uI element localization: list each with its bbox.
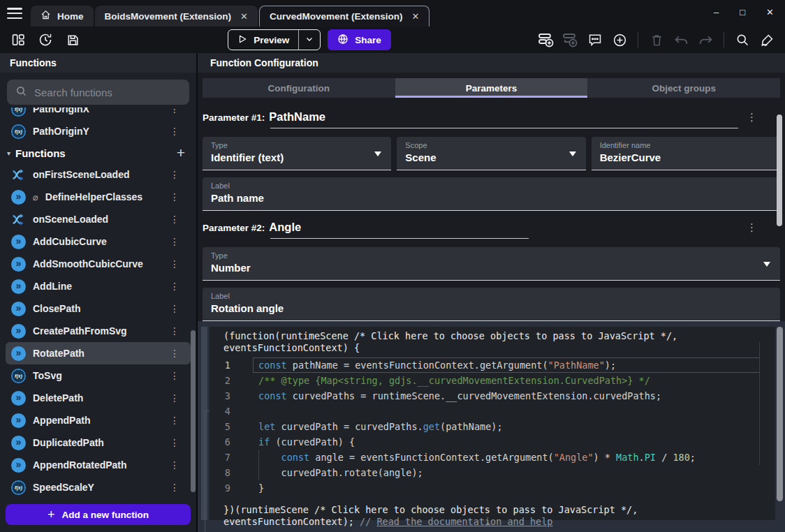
tab-object-groups[interactable]: Object groups [587, 78, 780, 98]
sidebar-item-addline[interactable]: »AddLine⋮ [0, 275, 196, 297]
add-icon[interactable]: + [177, 146, 185, 160]
item-menu-icon[interactable]: ⋮ [170, 348, 179, 359]
code-line[interactable]: 9} [210, 480, 775, 496]
label-field[interactable]: Label Path name [203, 177, 780, 211]
item-menu-icon[interactable]: ⋮ [170, 415, 179, 426]
parameter-menu-icon[interactable]: ⋮ [747, 111, 757, 124]
sidebar-item-onfirstsceneloaded[interactable]: onFirstSceneLoaded⋮ [0, 163, 196, 186]
history-icon[interactable] [37, 31, 54, 48]
collapse-caret-icon[interactable]: ^ [485, 522, 490, 531]
code-header-line[interactable]: eventsFunctionContext) { [223, 342, 775, 354]
parameter-2-fields: Type Number [203, 247, 780, 281]
sidebar-item-appendpath[interactable]: »AppendPath⋮ [0, 409, 196, 431]
item-menu-icon[interactable]: ⋮ [170, 126, 179, 137]
sidebar-item-onsceneloaded[interactable]: onSceneLoaded⋮ [0, 208, 196, 230]
search-functions-input[interactable]: Search functions [7, 80, 189, 105]
tab-home[interactable]: Home [31, 6, 94, 27]
item-menu-icon[interactable]: ⋮ [170, 482, 179, 493]
sidebar-item-duplicatedpath[interactable]: »DuplicatedPath⋮ [0, 431, 196, 454]
item-menu-icon[interactable]: ⋮ [170, 459, 179, 471]
add-circle-icon[interactable] [611, 31, 628, 48]
code-line[interactable]: 6if (curvedPath) { [210, 434, 775, 450]
sidebar-item-pathoriginx[interactable]: f(x)PathOriginX⋮ [0, 108, 196, 120]
save-icon[interactable] [64, 31, 81, 48]
item-menu-icon[interactable]: ⋮ [170, 303, 179, 314]
sidebar-item-deletepath[interactable]: »DeletePath⋮ [0, 387, 196, 409]
tab-boidsmovement[interactable]: BoidsMovement (Extension) ✕ [95, 6, 258, 27]
maximize-button[interactable]: □ [740, 6, 745, 19]
functions-section-header[interactable]: ▾Functions+ [0, 142, 196, 163]
type-select[interactable]: Type Number [203, 247, 780, 281]
parameter-name-input[interactable]: Angle [269, 221, 301, 233]
tab-curvedmovement[interactable]: CurvedMovement (Extension) ✕ [259, 6, 430, 27]
item-menu-icon[interactable]: ⋮ [170, 325, 179, 337]
item-menu-icon[interactable]: ⋮ [170, 392, 179, 404]
sidebar-item-appendrotatedpath[interactable]: »AppendRotatedPath⋮ [0, 454, 196, 476]
field-label: Identifier name [600, 141, 772, 149]
sidebar-item-rotatepath[interactable]: »RotatePath⋮ [6, 342, 191, 364]
project-manager-icon[interactable] [10, 31, 27, 48]
add-subevent-icon[interactable] [562, 31, 579, 48]
item-menu-icon[interactable]: ⋮ [170, 169, 179, 180]
item-menu-icon[interactable]: ⋮ [170, 108, 179, 114]
sidebar-item-addsmoothcubiccurve[interactable]: »AddSmoothCubicCurve⋮ [0, 253, 196, 275]
close-icon[interactable]: ✕ [240, 11, 248, 22]
code-line[interactable]: 1const pathName = eventsFunctionContext.… [210, 357, 775, 373]
code-line[interactable]: 7 const angle = eventsFunctionContext.ge… [210, 450, 775, 465]
search-icon[interactable] [734, 31, 751, 48]
code-line[interactable]: 4 [210, 404, 775, 419]
scope-select[interactable]: Scope Scene [397, 137, 585, 170]
add-function-button[interactable]: + Add a new function [6, 504, 191, 525]
sidebar-item-closepath[interactable]: »ClosePath⋮ [0, 297, 196, 320]
minimize-button[interactable]: – [714, 6, 719, 19]
share-button[interactable]: Share [328, 29, 391, 50]
item-menu-icon[interactable]: ⋮ [170, 258, 179, 269]
footer-comment: // [360, 516, 376, 527]
line-number: 7 [210, 450, 230, 465]
sidebar-item-pathoriginy[interactable]: f(x)PathOriginY⋮ [0, 120, 196, 142]
undo-icon[interactable] [673, 31, 689, 48]
parameter-name-input[interactable]: PathName [269, 110, 325, 123]
item-menu-icon[interactable]: ⋮ [170, 437, 179, 448]
code-line[interactable]: 2/** @type {Map<string, gdjs.__curvedMov… [210, 373, 775, 388]
sidebar-item-tosvg[interactable]: f(x)ToSvg⋮ [0, 364, 196, 387]
sidebar-item-createpathfromsvg[interactable]: »CreatePathFromSvg⋮ [0, 320, 196, 342]
javascript-code-event[interactable]: (function(runtimeScene /* Click here to … [210, 327, 775, 520]
edit-scene-icon[interactable] [758, 31, 775, 48]
type-select[interactable]: Type Identifier (text) [203, 137, 391, 170]
delete-icon[interactable] [648, 31, 665, 48]
add-comment-icon[interactable] [587, 31, 603, 48]
close-window-button[interactable]: ✕ [766, 6, 774, 19]
identifier-name-field[interactable]: Identifier name BezierCurve [592, 137, 780, 170]
preview-button[interactable]: Preview [228, 29, 321, 50]
close-icon[interactable]: ✕ [411, 11, 419, 22]
tab-parameters[interactable]: Parameters [395, 78, 588, 98]
item-menu-icon[interactable]: ⋮ [170, 370, 179, 381]
sidebar-item-definehelperclasses[interactable]: »⌀DefineHelperClasses⋮ [0, 186, 196, 208]
redo-icon[interactable] [697, 31, 714, 48]
add-event-icon[interactable] [538, 31, 555, 48]
chevron-down-icon[interactable] [299, 35, 320, 45]
code-header-line[interactable]: (function(runtimeScene /* Click here to … [223, 330, 775, 342]
item-menu-icon[interactable]: ⋮ [170, 281, 179, 292]
code-line[interactable]: 5let curvedPath = curvedPaths.get(pathNa… [210, 419, 775, 434]
code-footer-line[interactable]: eventsFunctionContext); // Read the docu… [223, 516, 775, 528]
events-scrollbar[interactable] [777, 327, 783, 501]
action-function-icon: » [11, 346, 26, 361]
tab-configuration[interactable]: Configuration [203, 78, 395, 98]
parameter-menu-icon[interactable]: ⋮ [747, 221, 757, 234]
menu-icon[interactable] [7, 8, 22, 19]
code-editor[interactable]: 1const pathName = eventsFunctionContext.… [210, 357, 775, 496]
documentation-link[interactable]: Read the documentation and help [376, 516, 552, 527]
config-scrollbar[interactable] [777, 114, 782, 226]
item-menu-icon[interactable]: ⋮ [170, 214, 179, 225]
item-menu-icon[interactable]: ⋮ [170, 236, 179, 247]
sidebar-item-addcubiccurve[interactable]: »AddCubicCurve⋮ [0, 230, 196, 253]
code-footer-line[interactable]: })(runtimeScene /* Click here to choose … [223, 504, 775, 516]
sidebar-scrollbar[interactable] [191, 330, 196, 492]
item-menu-icon[interactable]: ⋮ [170, 191, 179, 202]
code-line[interactable]: 3const curvedPaths = runtimeScene.__curv… [210, 388, 775, 404]
label-field[interactable]: Label Rotation angle [203, 288, 780, 321]
sidebar-item-speedscaley[interactable]: f(x)SpeedScaleY⋮ [0, 476, 196, 498]
code-line[interactable]: 8 curvedPath.rotate(angle); [210, 465, 775, 480]
